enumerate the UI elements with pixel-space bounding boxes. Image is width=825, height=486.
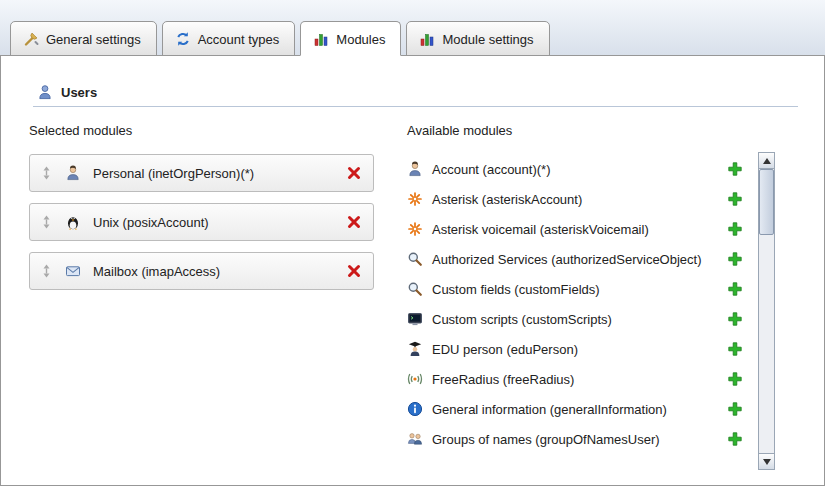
available-module-row-account: Account (account)(*) — [407, 154, 755, 184]
available-modules-heading: Available modules — [407, 123, 755, 138]
add-icon[interactable] — [727, 221, 743, 237]
bar-chart-icon — [419, 31, 435, 47]
graduate-icon — [407, 341, 423, 357]
modules-panel: Users Selected modules — [0, 55, 825, 486]
tab-label: General settings — [46, 32, 141, 47]
selected-modules-heading: Selected modules — [29, 123, 379, 138]
available-module-label: Custom scripts (customScripts) — [432, 312, 727, 327]
add-icon[interactable] — [727, 431, 743, 447]
selected-modules-panel: Selected modules Personal — [29, 123, 379, 454]
section-heading: Users — [37, 84, 804, 100]
section-divider — [33, 106, 798, 107]
add-icon[interactable] — [727, 191, 743, 207]
add-icon[interactable] — [727, 371, 743, 387]
available-module-label: EDU person (eduPerson) — [432, 342, 727, 357]
add-icon[interactable] — [727, 341, 743, 357]
tab-module-settings[interactable]: Module settings — [406, 21, 549, 56]
available-module-row-asterisk: Asterisk (asteriskAccount) — [407, 184, 755, 214]
available-module-label: Account (account)(*) — [432, 162, 727, 177]
info-icon — [407, 401, 423, 417]
add-icon[interactable] — [727, 281, 743, 297]
add-icon[interactable] — [727, 401, 743, 417]
delete-icon[interactable] — [346, 165, 362, 181]
delete-icon[interactable] — [346, 263, 362, 279]
available-module-label: FreeRadius (freeRadius) — [432, 372, 727, 387]
refresh-icon — [175, 31, 191, 47]
asterisk-icon — [407, 191, 423, 207]
group-icon — [407, 431, 423, 447]
radio-waves-icon — [407, 371, 423, 387]
arrow-down-icon — [763, 459, 771, 465]
available-module-row-custom-scripts: Custom scripts (customScripts) — [407, 304, 755, 334]
add-icon[interactable] — [727, 251, 743, 267]
selected-module-row-unix: Unix (posixAccount) — [29, 203, 374, 241]
drag-handle-icon[interactable] — [41, 263, 53, 279]
selected-module-row-mailbox: Mailbox (imapAccess) — [29, 252, 374, 290]
terminal-icon — [407, 311, 423, 327]
available-module-label: Authorized Services (authorizedServiceOb… — [432, 252, 727, 267]
available-module-label: General information (generalInformation) — [432, 402, 727, 417]
drag-handle-icon[interactable] — [41, 214, 53, 230]
selected-module-label: Personal (inetOrgPerson)(*) — [93, 166, 346, 181]
selected-module-label: Unix (posixAccount) — [93, 215, 346, 230]
magnifier-icon — [407, 281, 423, 297]
scrollbar[interactable] — [758, 152, 775, 470]
page-title: Users — [61, 85, 97, 100]
available-module-row-general-information: General information (generalInformation) — [407, 394, 755, 424]
tab-bar: General settings Account types Modules — [0, 0, 825, 55]
asterisk-icon — [407, 221, 423, 237]
tab-label: Account types — [198, 32, 280, 47]
add-icon[interactable] — [727, 161, 743, 177]
magnifier-icon — [407, 251, 423, 267]
envelope-icon — [65, 263, 81, 279]
available-modules-panel: Available modules Account (account)(*) — [407, 123, 755, 454]
available-module-label: Groups of names (groupOfNamesUser) — [432, 432, 727, 447]
tab-modules[interactable]: Modules — [300, 21, 401, 56]
tab-account-types[interactable]: Account types — [162, 21, 296, 56]
scrollbar-thumb[interactable] — [759, 169, 774, 235]
person-icon — [407, 161, 423, 177]
scroll-up-button[interactable] — [759, 153, 774, 169]
available-module-label: Asterisk (asteriskAccount) — [432, 192, 727, 207]
tools-icon — [23, 31, 39, 47]
delete-icon[interactable] — [346, 214, 362, 230]
user-icon — [37, 84, 53, 100]
tab-label: Modules — [336, 32, 385, 47]
selected-module-row-personal: Personal (inetOrgPerson)(*) — [29, 154, 374, 192]
available-module-label: Asterisk voicemail (asteriskVoicemail) — [432, 222, 727, 237]
scrollbar-track[interactable] — [759, 169, 774, 453]
available-module-row-edu-person: EDU person (eduPerson) — [407, 334, 755, 364]
available-module-row-custom-fields: Custom fields (customFields) — [407, 274, 755, 304]
drag-handle-icon[interactable] — [41, 165, 53, 181]
add-icon[interactable] — [727, 311, 743, 327]
available-module-row-asterisk-voicemail: Asterisk voicemail (asteriskVoicemail) — [407, 214, 755, 244]
available-module-label: Custom fields (customFields) — [432, 282, 727, 297]
tab-label: Module settings — [442, 32, 533, 47]
bar-chart-icon — [313, 31, 329, 47]
available-module-row-authorized-services: Authorized Services (authorizedServiceOb… — [407, 244, 755, 274]
scroll-down-button[interactable] — [759, 453, 774, 469]
available-module-row-freeradius: FreeRadius (freeRadius) — [407, 364, 755, 394]
selected-module-label: Mailbox (imapAccess) — [93, 264, 346, 279]
penguin-icon — [65, 214, 81, 230]
person-icon — [65, 165, 81, 181]
arrow-up-icon — [763, 158, 771, 164]
available-module-row-groups-of-names: Groups of names (groupOfNamesUser) — [407, 424, 755, 454]
tab-general-settings[interactable]: General settings — [10, 21, 157, 56]
